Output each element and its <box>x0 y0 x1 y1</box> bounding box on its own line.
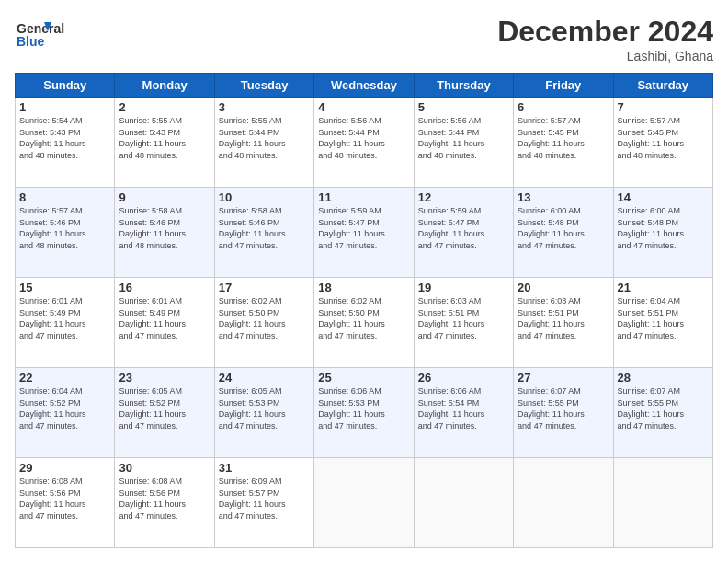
day-number: 6 <box>518 100 609 114</box>
calendar-cell: 1Sunrise: 5:54 AM Sunset: 5:43 PM Daylig… <box>16 98 115 188</box>
calendar-cell: 23Sunrise: 6:05 AM Sunset: 5:52 PM Dayli… <box>115 368 214 458</box>
day-number: 9 <box>119 190 210 204</box>
day-number: 15 <box>19 281 110 294</box>
day-number: 22 <box>19 371 110 385</box>
day-info: Sunrise: 6:08 AM Sunset: 5:56 PM Dayligh… <box>19 476 110 522</box>
logo-icon: General Blue <box>15 15 88 52</box>
calendar-cell: 17Sunrise: 6:02 AM Sunset: 5:50 PM Dayli… <box>214 278 313 368</box>
calendar-cell: 9Sunrise: 5:58 AM Sunset: 5:46 PM Daylig… <box>115 188 214 278</box>
day-info: Sunrise: 5:59 AM Sunset: 5:47 PM Dayligh… <box>418 205 509 251</box>
calendar-cell: 13Sunrise: 6:00 AM Sunset: 5:48 PM Dayli… <box>514 188 613 278</box>
calendar-cell: 15Sunrise: 6:01 AM Sunset: 5:49 PM Dayli… <box>16 278 115 368</box>
day-number: 10 <box>219 190 310 204</box>
calendar-cell: 24Sunrise: 6:05 AM Sunset: 5:53 PM Dayli… <box>214 368 313 458</box>
calendar-cell: 6Sunrise: 5:57 AM Sunset: 5:45 PM Daylig… <box>514 98 613 188</box>
calendar-cell: 22Sunrise: 6:04 AM Sunset: 5:52 PM Dayli… <box>16 368 115 458</box>
day-number: 2 <box>119 100 210 114</box>
day-number: 18 <box>318 281 409 294</box>
calendar-cell: 25Sunrise: 6:06 AM Sunset: 5:53 PM Dayli… <box>314 368 414 458</box>
weekday-header: Friday <box>514 74 613 98</box>
day-number: 23 <box>119 371 210 385</box>
day-info: Sunrise: 6:09 AM Sunset: 5:57 PM Dayligh… <box>219 476 310 522</box>
calendar-cell: 4Sunrise: 5:56 AM Sunset: 5:44 PM Daylig… <box>314 98 414 188</box>
day-info: Sunrise: 6:04 AM Sunset: 5:52 PM Dayligh… <box>19 385 110 431</box>
day-info: Sunrise: 6:08 AM Sunset: 5:56 PM Dayligh… <box>119 476 210 522</box>
calendar-cell: 12Sunrise: 5:59 AM Sunset: 5:47 PM Dayli… <box>414 188 513 278</box>
day-info: Sunrise: 6:03 AM Sunset: 5:51 PM Dayligh… <box>418 295 509 341</box>
day-info: Sunrise: 5:57 AM Sunset: 5:46 PM Dayligh… <box>19 205 110 251</box>
day-info: Sunrise: 6:05 AM Sunset: 5:52 PM Dayligh… <box>119 385 210 431</box>
day-number: 27 <box>518 371 609 385</box>
logo: General Blue <box>15 15 88 52</box>
location: Lashibi, Ghana <box>497 49 713 63</box>
calendar-cell: 21Sunrise: 6:04 AM Sunset: 5:51 PM Dayli… <box>613 278 712 368</box>
day-number: 17 <box>219 281 310 294</box>
calendar-cell: 18Sunrise: 6:02 AM Sunset: 5:50 PM Dayli… <box>314 278 414 368</box>
calendar-cell: 16Sunrise: 6:01 AM Sunset: 5:49 PM Dayli… <box>115 278 214 368</box>
day-info: Sunrise: 6:04 AM Sunset: 5:51 PM Dayligh… <box>618 295 709 341</box>
day-info: Sunrise: 6:02 AM Sunset: 5:50 PM Dayligh… <box>219 295 310 341</box>
day-info: Sunrise: 5:58 AM Sunset: 5:46 PM Dayligh… <box>219 205 310 251</box>
day-info: Sunrise: 6:07 AM Sunset: 5:55 PM Dayligh… <box>518 385 609 431</box>
day-number: 7 <box>618 100 709 114</box>
calendar-cell: 5Sunrise: 5:56 AM Sunset: 5:44 PM Daylig… <box>414 98 513 188</box>
weekday-header: Tuesday <box>214 74 313 98</box>
weekday-header: Monday <box>115 74 214 98</box>
calendar-cell: 29Sunrise: 6:08 AM Sunset: 5:56 PM Dayli… <box>16 458 115 548</box>
weekday-header: Saturday <box>613 74 712 98</box>
weekday-header: Sunday <box>16 74 115 98</box>
day-info: Sunrise: 6:02 AM Sunset: 5:50 PM Dayligh… <box>318 295 409 341</box>
day-number: 20 <box>518 281 609 294</box>
month-title: December 2024 <box>497 15 713 49</box>
day-info: Sunrise: 6:03 AM Sunset: 5:51 PM Dayligh… <box>518 295 609 341</box>
day-number: 11 <box>318 190 409 204</box>
day-info: Sunrise: 5:58 AM Sunset: 5:46 PM Dayligh… <box>119 205 210 251</box>
day-info: Sunrise: 5:59 AM Sunset: 5:47 PM Dayligh… <box>318 205 409 251</box>
calendar-cell <box>314 458 414 548</box>
calendar-cell: 3Sunrise: 5:55 AM Sunset: 5:44 PM Daylig… <box>214 98 313 188</box>
day-info: Sunrise: 6:01 AM Sunset: 5:49 PM Dayligh… <box>119 295 210 341</box>
calendar-cell: 19Sunrise: 6:03 AM Sunset: 5:51 PM Dayli… <box>414 278 513 368</box>
calendar-table: SundayMondayTuesdayWednesdayThursdayFrid… <box>15 73 713 548</box>
calendar-cell: 31Sunrise: 6:09 AM Sunset: 5:57 PM Dayli… <box>214 458 313 548</box>
calendar-cell: 26Sunrise: 6:06 AM Sunset: 5:54 PM Dayli… <box>414 368 513 458</box>
calendar-cell: 7Sunrise: 5:57 AM Sunset: 5:45 PM Daylig… <box>613 98 712 188</box>
day-info: Sunrise: 5:54 AM Sunset: 5:43 PM Dayligh… <box>19 115 110 161</box>
day-number: 19 <box>418 281 509 294</box>
day-number: 26 <box>418 371 509 385</box>
header: General Blue December 2024 Lashibi, Ghan… <box>15 15 713 63</box>
day-number: 29 <box>19 461 110 475</box>
calendar-cell: 14Sunrise: 6:00 AM Sunset: 5:48 PM Dayli… <box>613 188 712 278</box>
calendar-cell: 20Sunrise: 6:03 AM Sunset: 5:51 PM Dayli… <box>514 278 613 368</box>
day-number: 4 <box>318 100 409 114</box>
day-info: Sunrise: 6:00 AM Sunset: 5:48 PM Dayligh… <box>518 205 609 251</box>
day-number: 31 <box>219 461 310 475</box>
title-area: December 2024 Lashibi, Ghana <box>497 15 713 63</box>
calendar-cell: 11Sunrise: 5:59 AM Sunset: 5:47 PM Dayli… <box>314 188 414 278</box>
day-info: Sunrise: 5:57 AM Sunset: 5:45 PM Dayligh… <box>618 115 709 161</box>
day-info: Sunrise: 5:56 AM Sunset: 5:44 PM Dayligh… <box>318 115 409 161</box>
calendar-cell <box>613 458 712 548</box>
day-info: Sunrise: 6:01 AM Sunset: 5:49 PM Dayligh… <box>19 295 110 341</box>
svg-text:Blue: Blue <box>17 34 45 49</box>
day-number: 8 <box>19 190 110 204</box>
calendar-cell: 27Sunrise: 6:07 AM Sunset: 5:55 PM Dayli… <box>514 368 613 458</box>
calendar-cell: 30Sunrise: 6:08 AM Sunset: 5:56 PM Dayli… <box>115 458 214 548</box>
day-number: 25 <box>318 371 409 385</box>
day-info: Sunrise: 5:57 AM Sunset: 5:45 PM Dayligh… <box>518 115 609 161</box>
weekday-header: Thursday <box>414 74 513 98</box>
day-number: 5 <box>418 100 509 114</box>
calendar-cell: 10Sunrise: 5:58 AM Sunset: 5:46 PM Dayli… <box>214 188 313 278</box>
page: General Blue December 2024 Lashibi, Ghan… <box>0 0 728 563</box>
day-number: 12 <box>418 190 509 204</box>
day-info: Sunrise: 6:00 AM Sunset: 5:48 PM Dayligh… <box>618 205 709 251</box>
day-info: Sunrise: 6:05 AM Sunset: 5:53 PM Dayligh… <box>219 385 310 431</box>
day-number: 16 <box>119 281 210 294</box>
calendar-cell: 2Sunrise: 5:55 AM Sunset: 5:43 PM Daylig… <box>115 98 214 188</box>
weekday-header: Wednesday <box>314 74 414 98</box>
day-number: 14 <box>618 190 709 204</box>
day-number: 13 <box>518 190 609 204</box>
day-number: 1 <box>19 100 110 114</box>
day-info: Sunrise: 5:56 AM Sunset: 5:44 PM Dayligh… <box>418 115 509 161</box>
day-info: Sunrise: 5:55 AM Sunset: 5:43 PM Dayligh… <box>119 115 210 161</box>
